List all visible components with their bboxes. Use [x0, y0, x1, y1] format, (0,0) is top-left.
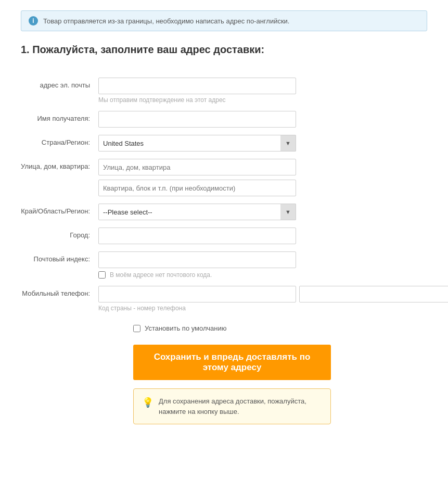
region-select-wrapper: --Please select-- ▼: [98, 204, 296, 220]
email-hint: Мы отправим подтверждение на этот адрес: [98, 96, 448, 104]
save-btn-row: Сохранить и впредь доставлять по этому а…: [21, 345, 427, 380]
phone-field-cell: +1 Код страны - номер телефона: [98, 286, 448, 312]
set-default-label: Установить по умолчанию: [145, 324, 226, 332]
email-label: адрес эл. почты: [21, 78, 98, 104]
phone-hint: Код страны - номер телефона: [98, 305, 448, 312]
no-postal-checkbox[interactable]: [98, 271, 106, 279]
region-field-cell: --Please select-- ▼: [98, 204, 448, 220]
street-input[interactable]: [98, 159, 296, 175]
recipient-input[interactable]: [98, 111, 296, 128]
phone-label: Мобильный телефон:: [21, 286, 98, 312]
set-default-row: Установить по умолчанию: [21, 324, 427, 332]
region-select[interactable]: --Please select--: [98, 204, 296, 220]
city-row: Город:: [21, 228, 448, 244]
page-wrapper: i Товар отправляется из-за границы, необ…: [0, 0, 448, 492]
city-input[interactable]: [98, 228, 296, 244]
recipient-row: Имя получателя:: [21, 111, 448, 128]
section-title: 1. Пожалуйста, заполните ваш адрес доста…: [21, 44, 427, 56]
postal-field-cell: В моём адресе нет почтового кода.: [98, 251, 448, 279]
country-row: Страна/Регион: United States ▼: [21, 135, 448, 152]
postal-input[interactable]: [98, 251, 296, 268]
street2-input[interactable]: [98, 180, 296, 196]
recipient-label: Имя получателя:: [21, 111, 98, 128]
recipient-field-cell: [98, 111, 448, 128]
street-label: Улица, дом, квартира:: [21, 159, 98, 196]
country-select-wrapper: United States ▼: [98, 135, 296, 152]
form-table: адрес эл. почты Мы отправим подтверждени…: [21, 70, 448, 319]
region-label: Край/Область/Регион:: [21, 204, 98, 220]
banner-text: Товар отправляется из-за границы, необхо…: [43, 17, 289, 25]
phone-input-group: +1: [98, 286, 448, 302]
postal-row: Почтовый индекс: В моём адресе нет почто…: [21, 251, 448, 279]
set-default-checkbox[interactable]: [133, 325, 140, 332]
email-field-cell: Мы отправим подтверждение на этот адрес: [98, 78, 448, 104]
tip-text: Для сохранения адреса доставки, пожалуйс…: [159, 396, 322, 417]
postal-label: Почтовый индекс:: [21, 251, 98, 279]
tip-icon: 💡: [142, 397, 153, 408]
street-field-cell: [98, 159, 448, 196]
phone-number-input[interactable]: [299, 286, 448, 302]
phone-row: Мобильный телефон: +1 Код страны - номер…: [21, 286, 448, 312]
email-input[interactable]: [98, 78, 296, 94]
info-icon: i: [29, 16, 38, 26]
no-postal-row: В моём адресе нет почтового кода.: [98, 271, 448, 279]
city-label: Город:: [21, 228, 98, 244]
country-label: Страна/Регион:: [21, 135, 98, 152]
email-row: адрес эл. почты Мы отправим подтверждени…: [21, 78, 448, 104]
street-row: Улица, дом, квартира:: [21, 159, 448, 196]
country-select[interactable]: United States: [98, 135, 296, 152]
region-row: Край/Область/Регион: --Please select-- ▼: [21, 204, 448, 220]
country-field-cell: United States ▼: [98, 135, 448, 152]
tip-box: 💡 Для сохранения адреса доставки, пожалу…: [133, 388, 331, 424]
save-button[interactable]: Сохранить и впредь доставлять по этому а…: [133, 345, 331, 380]
no-postal-label: В моём адресе нет почтового кода.: [110, 271, 212, 279]
city-field-cell: [98, 228, 448, 244]
info-banner: i Товар отправляется из-за границы, необ…: [21, 10, 427, 31]
phone-code-input[interactable]: +1: [98, 286, 296, 302]
street-fields: [98, 159, 448, 196]
